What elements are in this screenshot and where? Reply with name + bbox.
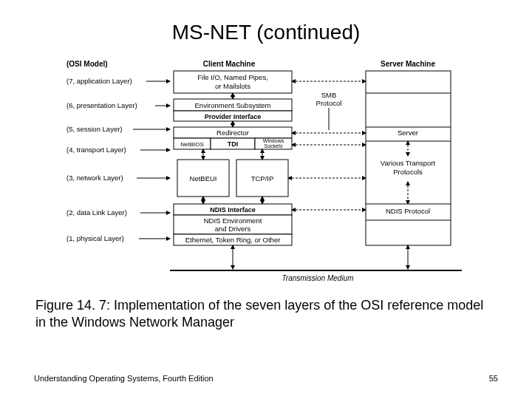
svg-text:Protocols: Protocols (393, 168, 423, 176)
svg-text:(1, physical Layer): (1, physical Layer) (66, 234, 124, 242)
svg-text:NDIS Protocol: NDIS Protocol (386, 207, 430, 215)
svg-text:NDIS Interface: NDIS Interface (210, 206, 256, 214)
svg-text:File I/O, Named Pipes,: File I/O, Named Pipes, (197, 73, 268, 81)
osi-layer-6: (6, presentation Layer) (66, 101, 170, 109)
figure-caption: Figure 14. 7: Implementation of the seve… (35, 297, 497, 332)
svg-text:Protocol: Protocol (316, 99, 342, 107)
svg-text:Provider Interface: Provider Interface (205, 113, 262, 120)
osi-layer-2: (2, data Link Layer) (66, 208, 170, 216)
osi-layer-4: (4, transport Layer) (66, 146, 170, 154)
slide-title: MS-NET (continued) (0, 0, 532, 56)
smb-label: SMB Protocol (316, 91, 342, 130)
page-number: 55 (489, 374, 498, 383)
svg-text:(5, session Layer): (5, session Layer) (66, 125, 123, 133)
svg-text:Environment Subsystem: Environment Subsystem (195, 101, 271, 109)
svg-text:and Drivers: and Drivers (215, 225, 251, 233)
osi-layer-1: (1, physical Layer) (66, 234, 170, 242)
svg-text:(4, transport Layer): (4, transport Layer) (66, 146, 126, 154)
svg-text:(7, application Layer): (7, application Layer) (66, 77, 132, 85)
svg-text:Redirector: Redirector (216, 129, 249, 137)
osi-layer-5: (5, session Layer) (66, 125, 170, 133)
svg-text:NDIS Environment: NDIS Environment (204, 216, 262, 225)
svg-text:NetBEUI: NetBEUI (190, 174, 217, 183)
footer-source: Understanding Operating Systems, Fourth … (34, 374, 214, 383)
osi-layer-3: (3, network Layer) (66, 174, 170, 182)
svg-text:Sockets: Sockets (265, 143, 283, 149)
transmission-label: Transmission Medium (282, 274, 353, 282)
svg-text:SMB: SMB (321, 91, 337, 99)
svg-text:(6, presentation Layer): (6, presentation Layer) (66, 101, 137, 109)
svg-text:Windows: Windows (263, 138, 284, 143)
svg-text:Various Transport: Various Transport (381, 159, 436, 167)
osi-layer-7: (7, application Layer) (66, 77, 170, 85)
svg-text:or Mailslots: or Mailslots (215, 82, 250, 90)
svg-text:(2, data Link Layer): (2, data Link Layer) (66, 208, 127, 216)
svg-text:NetBIOS: NetBIOS (180, 141, 204, 148)
server-stack: Server Various Transport Protocols NDIS … (366, 71, 451, 269)
server-header: Server Machine (381, 60, 435, 68)
osi-header: (OSI Model) (66, 60, 108, 68)
svg-text:(3, network Layer): (3, network Layer) (66, 174, 123, 182)
svg-text:Ethernet, Token Ring, or Other: Ethernet, Token Ring, or Other (185, 236, 281, 244)
svg-text:Server: Server (398, 129, 418, 137)
svg-text:TDI: TDI (228, 140, 239, 148)
osi-diagram: (OSI Model) Client Machine Server Machin… (59, 56, 473, 285)
client-header: Client Machine (203, 60, 256, 68)
svg-text:TCP/IP: TCP/IP (251, 174, 274, 183)
client-stack: File I/O, Named Pipes, or Mailslots Envi… (174, 71, 292, 269)
svg-rect-48 (366, 71, 451, 245)
